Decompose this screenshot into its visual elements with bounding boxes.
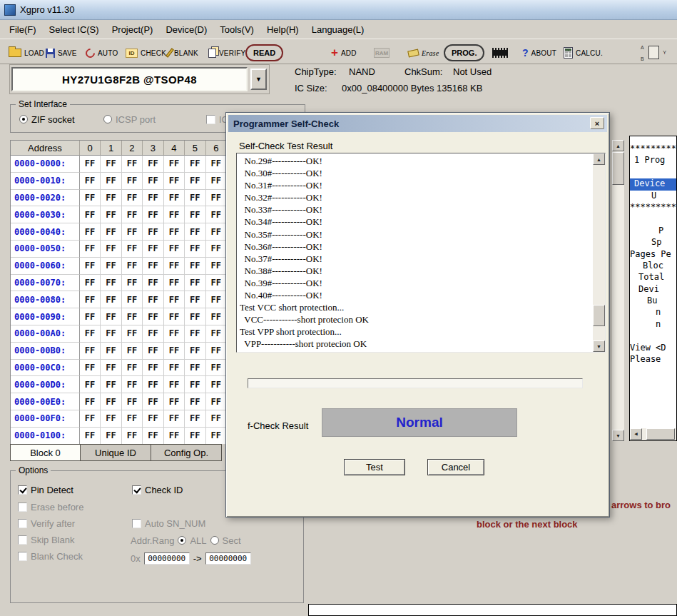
hex-byte-cell[interactable]: FF [185, 241, 205, 258]
hex-byte-cell[interactable]: FF [101, 376, 121, 393]
hex-byte-cell[interactable]: FF [164, 360, 185, 377]
hex-byte-cell[interactable]: FF [122, 206, 143, 223]
hex-byte-cell[interactable]: FF [185, 190, 205, 207]
load-button[interactable]: LOAD [9, 44, 44, 61]
hex-byte-cell[interactable]: FF [164, 410, 185, 428]
hex-byte-cell[interactable]: FF [101, 325, 121, 343]
check-button[interactable]: ID CHECK [126, 44, 166, 61]
hex-grid[interactable]: Address01234560000-0000:FFFFFFFFFFFFFF00… [10, 140, 227, 444]
hex-byte-cell[interactable]: FF [143, 223, 163, 241]
hex-byte-cell[interactable]: FF [206, 206, 227, 223]
hex-byte-cell[interactable]: FF [185, 275, 205, 292]
hex-byte-cell[interactable]: FF [143, 376, 163, 393]
hex-byte-cell[interactable]: FF [80, 410, 101, 428]
hex-byte-cell[interactable]: FF [80, 308, 101, 325]
dialog-titlebar[interactable]: Programmer Self-Check × [228, 115, 607, 132]
erase-button[interactable]: Erase [408, 44, 439, 61]
hex-byte-cell[interactable]: FF [143, 360, 163, 377]
hex-byte-cell[interactable]: FF [101, 258, 121, 275]
hex-byte-cell[interactable]: FF [206, 360, 227, 377]
tab-block-0[interactable]: Block 0 [10, 444, 81, 461]
hex-byte-cell[interactable]: FF [101, 206, 121, 223]
hex-byte-cell[interactable]: FF [143, 156, 163, 173]
hex-byte-cell[interactable]: FF [164, 343, 185, 360]
save-button[interactable]: SAVE [46, 44, 77, 61]
hex-byte-cell[interactable]: FF [122, 376, 143, 393]
hex-byte-cell[interactable]: FF [185, 258, 205, 275]
hex-byte-cell[interactable]: FF [143, 291, 163, 308]
hex-byte-cell[interactable]: FF [143, 428, 163, 444]
hex-byte-cell[interactable]: FF [185, 393, 205, 410]
hex-byte-cell[interactable]: FF [122, 291, 143, 308]
blank-button[interactable]: BLANK [168, 44, 198, 61]
hex-byte-cell[interactable]: FF [80, 428, 101, 444]
hex-byte-cell[interactable]: FF [80, 190, 101, 207]
add-button[interactable]: + ADD [331, 44, 357, 61]
hex-byte-cell[interactable]: FF [122, 308, 143, 325]
hex-byte-cell[interactable]: FF [164, 291, 185, 308]
listbox-scrollbar[interactable] [593, 153, 605, 352]
hex-byte-cell[interactable]: FF [206, 428, 227, 444]
hex-byte-cell[interactable]: FF [185, 376, 205, 393]
hex-byte-cell[interactable]: FF [206, 291, 227, 308]
hex-byte-cell[interactable]: FF [164, 206, 185, 223]
hex-byte-cell[interactable]: FF [143, 173, 163, 190]
hex-byte-cell[interactable]: FF [80, 173, 101, 190]
icsp-port-radio[interactable]: ICSP port [103, 113, 156, 125]
hex-byte-cell[interactable]: FF [80, 291, 101, 308]
hex-byte-cell[interactable]: FF [122, 360, 143, 377]
prog-button[interactable]: PROG. [444, 44, 484, 61]
radio-all[interactable] [178, 536, 186, 545]
hex-byte-cell[interactable]: FF [143, 308, 163, 325]
hex-byte-cell[interactable]: FF [101, 308, 121, 325]
range-from-input[interactable]: 00000000 [144, 552, 190, 565]
check-id-checkbox[interactable]: Check ID [132, 484, 183, 495]
range-to-input[interactable]: 00000000 [205, 552, 251, 565]
hex-byte-cell[interactable]: FF [101, 241, 121, 258]
hex-byte-cell[interactable]: FF [185, 173, 205, 190]
hex-byte-cell[interactable]: FF [206, 325, 227, 343]
hex-byte-cell[interactable]: FF [164, 190, 185, 207]
hex-byte-cell[interactable]: FF [80, 206, 101, 223]
chip-tool-button[interactable] [492, 44, 508, 61]
hex-byte-cell[interactable]: FF [101, 428, 121, 444]
hex-byte-cell[interactable]: FF [206, 156, 227, 173]
hex-byte-cell[interactable]: FF [122, 258, 143, 275]
hex-byte-cell[interactable]: FF [122, 275, 143, 292]
hex-byte-cell[interactable]: FF [206, 223, 227, 241]
hex-byte-cell[interactable]: FF [101, 223, 121, 241]
hex-byte-cell[interactable]: FF [185, 308, 205, 325]
hex-byte-cell[interactable]: FF [185, 223, 205, 241]
right-panel-hscrollbar[interactable] [630, 428, 676, 440]
test-button[interactable]: Test [344, 459, 405, 475]
scrollbar-thumb[interactable] [593, 305, 605, 326]
device-dropdown-button[interactable] [250, 69, 267, 90]
hex-byte-cell[interactable]: FF [206, 275, 227, 292]
tab-unique-id[interactable]: Unique ID [81, 444, 151, 461]
hex-byte-cell[interactable]: FF [122, 241, 143, 258]
hex-byte-cell[interactable]: FF [164, 156, 185, 173]
hex-byte-cell[interactable]: FF [122, 325, 143, 343]
hex-byte-cell[interactable]: FF [80, 275, 101, 292]
hex-byte-cell[interactable]: FF [185, 291, 205, 308]
hex-byte-cell[interactable]: FF [101, 190, 121, 207]
hex-byte-cell[interactable]: FF [206, 343, 227, 360]
scroll-up-icon[interactable] [593, 153, 605, 165]
hex-byte-cell[interactable]: FF [164, 258, 185, 275]
hex-byte-cell[interactable]: FF [80, 393, 101, 410]
hex-byte-cell[interactable]: FF [80, 376, 101, 393]
hex-byte-cell[interactable]: FF [206, 173, 227, 190]
hex-byte-cell[interactable]: FF [143, 275, 163, 292]
about-button[interactable]: ? ABOUT [522, 44, 556, 61]
hex-byte-cell[interactable]: FF [164, 223, 185, 241]
hex-byte-cell[interactable]: FF [122, 223, 143, 241]
hex-byte-cell[interactable]: FF [143, 206, 163, 223]
hex-byte-cell[interactable]: FF [122, 190, 143, 207]
menu-deviced[interactable]: Device(D) [159, 21, 213, 38]
hex-byte-cell[interactable]: FF [164, 428, 185, 444]
tab-config-op[interactable]: Config Op. [151, 444, 222, 461]
hex-byte-cell[interactable]: FF [80, 223, 101, 241]
auto-button[interactable]: AUTO [86, 44, 118, 61]
scrollbar-thumb[interactable] [646, 428, 675, 440]
hex-byte-cell[interactable]: FF [164, 173, 185, 190]
